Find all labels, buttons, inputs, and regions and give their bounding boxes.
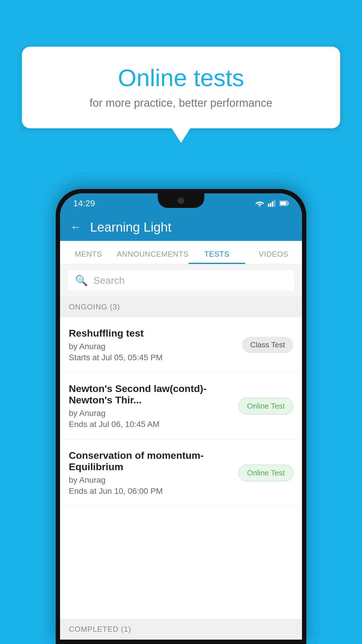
status-time: 14:29	[73, 198, 95, 208]
tab-videos[interactable]: VIDEOS	[245, 250, 302, 264]
svg-point-0	[259, 205, 261, 207]
test-badge-1: Class Test	[242, 337, 293, 353]
test-item-2[interactable]: Newton's Second law(contd)-Newton's Thir…	[60, 373, 302, 440]
phone-inner: 14:29	[60, 193, 302, 640]
test-author-2: by Anurag	[69, 409, 233, 418]
test-info-3: Conservation of momentum-Equilibrium by …	[69, 450, 238, 496]
speech-bubble-container: Online tests for more practice, better p…	[22, 47, 340, 128]
test-author-3: by Anurag	[69, 475, 233, 485]
tabs-bar: MENTS ANNOUNCEMENTS TESTS VIDEOS	[60, 241, 302, 264]
test-date-2: Ends at Jul 06, 10:45 AM	[69, 420, 233, 429]
test-name-1: Reshuffling test	[69, 328, 236, 339]
search-container: 🔍 Search	[60, 264, 302, 297]
tab-ments[interactable]: MENTS	[60, 250, 117, 264]
app-title: Learning Light	[90, 220, 171, 235]
test-badge-2: Online Test	[238, 398, 293, 414]
test-date-3: Ends at Jun 10, 06:00 PM	[69, 487, 233, 496]
svg-rect-2	[270, 203, 271, 207]
search-icon: 🔍	[75, 274, 88, 287]
test-info-1: Reshuffling test by Anurag Starts at Jul…	[69, 328, 242, 362]
svg-rect-1	[268, 204, 269, 207]
test-name-2: Newton's Second law(contd)-Newton's Thir…	[69, 383, 233, 406]
test-item-3[interactable]: Conservation of momentum-Equilibrium by …	[60, 440, 302, 506]
test-badge-3: Online Test	[238, 465, 293, 481]
back-button[interactable]: ←	[70, 221, 81, 233]
bubble-title: Online tests	[45, 64, 317, 92]
status-bar: 14:29	[60, 193, 302, 213]
svg-rect-4	[274, 200, 275, 207]
signal-icon	[268, 200, 276, 207]
test-name-3: Conservation of momentum-Equilibrium	[69, 450, 233, 473]
search-bar[interactable]: 🔍 Search	[67, 270, 295, 291]
svg-rect-3	[272, 201, 273, 207]
wifi-icon	[255, 200, 264, 207]
camera-dot	[178, 197, 184, 204]
bubble-subtitle: for more practice, better performance	[45, 97, 317, 109]
speech-bubble: Online tests for more practice, better p…	[22, 47, 340, 128]
svg-rect-6	[288, 202, 289, 204]
completed-section-label: COMPLETED (1)	[60, 619, 302, 640]
ongoing-section-label: ONGOING (3)	[60, 297, 302, 317]
battery-icon	[280, 200, 289, 206]
search-placeholder: Search	[93, 275, 125, 286]
notch	[158, 193, 204, 208]
phone-frame: 14:29	[56, 189, 306, 644]
test-date-1: Starts at Jul 05, 05:45 PM	[69, 353, 236, 362]
test-item-1[interactable]: Reshuffling test by Anurag Starts at Jul…	[60, 317, 302, 373]
test-author-1: by Anurag	[69, 342, 236, 351]
tab-tests[interactable]: TESTS	[189, 250, 245, 264]
test-info-2: Newton's Second law(contd)-Newton's Thir…	[69, 383, 238, 429]
tab-announcements[interactable]: ANNOUNCEMENTS	[117, 250, 189, 264]
app-header: ← Learning Light	[60, 213, 302, 241]
svg-rect-7	[280, 202, 287, 205]
status-icons	[255, 200, 289, 207]
